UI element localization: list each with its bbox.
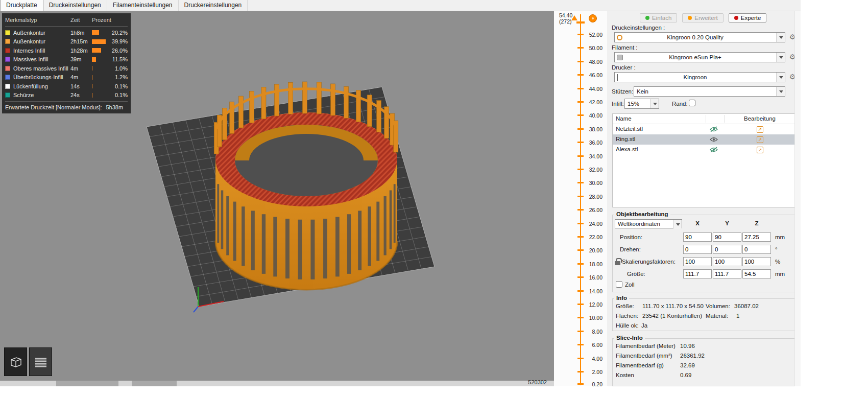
tick-mark-icon (577, 331, 584, 332)
inches-checkbox[interactable] (616, 281, 622, 288)
ruler-tick: 14.00 (554, 288, 608, 294)
ruler-tick: 2.00 (554, 369, 608, 375)
chevron-down-icon (776, 87, 785, 96)
toolbar-segment[interactable] (132, 381, 177, 386)
tick-mark-icon (577, 61, 584, 62)
info-volume-value: 36087.02 (734, 303, 759, 309)
object-edit-icon[interactable]: ↗ (757, 146, 763, 153)
size-y-field[interactable] (713, 269, 741, 278)
object-list: Name Bearbeitung Netzteil.stl ↗ Ring.stl (612, 113, 795, 207)
brim-checkbox[interactable] (689, 100, 695, 106)
ruler-tick: 4.00 (554, 356, 608, 362)
tick-mark-icon (577, 142, 584, 143)
mode-erweitert-button[interactable]: Erweitert (682, 13, 723, 22)
coordinate-system-combo[interactable]: Weltkoordinaten (615, 219, 682, 228)
tick-label: 34.00 (589, 153, 602, 159)
view-3d-button[interactable] (4, 347, 27, 376)
tab-druckereinstellungen[interactable]: Druckereinstellungen (179, 0, 248, 11)
tick-label: 32.00 (589, 167, 602, 173)
mode-einfach-button[interactable]: Einfach (640, 13, 677, 22)
ruler-tick: 34.00 (554, 153, 608, 159)
viewport-3d[interactable]: Merkmalstyp Zeit Prozent Außenkontur 1h8… (0, 11, 554, 381)
tab-druckeinstellungen[interactable]: Druckeinstellungen (43, 0, 107, 11)
infill-value: 15% (625, 101, 649, 107)
object-edit-icon[interactable]: ↗ (757, 136, 763, 143)
position-x-field[interactable] (683, 232, 712, 242)
layer-slider-top-arrow[interactable] (571, 15, 577, 20)
section-title: Info (614, 295, 629, 301)
tab-filamenteinstellungen[interactable]: Filamenteinstellungen (107, 0, 179, 11)
tick-mark-icon (577, 304, 584, 305)
filament-combo[interactable]: Kingroon eSun Pla+ (614, 52, 785, 62)
feature-time: 24s (70, 92, 92, 98)
toolbar-segment[interactable] (56, 381, 118, 386)
view-layers-button[interactable] (29, 347, 52, 376)
ruler-tick: 6.00 (554, 342, 608, 348)
info-facets-value: 23542 (1 Konturhüllen) (642, 313, 702, 319)
scale-x-field[interactable] (683, 257, 712, 266)
object-row-ring[interactable]: Ring.stl ↗ (613, 134, 794, 145)
feature-time: 4m (70, 74, 92, 80)
ruler-tick: 22.00 (554, 234, 608, 240)
size-x-field[interactable] (683, 269, 712, 278)
object-row-netzteil[interactable]: Netzteil.stl ↗ (613, 124, 794, 134)
tick-mark-icon (577, 74, 584, 76)
column-bearbeitung: Bearbeitung (724, 115, 795, 122)
tab-druckplatte[interactable]: Druckplatte (0, 0, 43, 11)
rotate-y-field[interactable] (713, 245, 741, 254)
estimated-time-label: Erwartete Druckzeit [Normaler Modus]: (5, 104, 102, 110)
legend-divider (5, 101, 128, 102)
rotate-z-field[interactable] (742, 245, 771, 254)
scale-z-field[interactable] (742, 257, 771, 266)
supports-label: Stützen: (612, 88, 633, 95)
legend-header-percent: Prozent (92, 17, 128, 23)
print-settings-combo[interactable]: Kingroon 0.20 Quality (614, 32, 785, 42)
current-layer-height: 54.40 (559, 12, 572, 18)
chevron-down-icon (776, 53, 785, 62)
position-z-field[interactable] (742, 232, 771, 242)
tick-mark-icon (577, 47, 584, 49)
eye-hidden-icon[interactable] (710, 147, 718, 154)
ruler-tick: 10.00 (554, 315, 608, 321)
tick-mark-icon (577, 236, 584, 238)
eye-visible-icon[interactable] (710, 136, 718, 144)
tick-label: 0.20 (592, 381, 602, 386)
tick-mark-icon (577, 223, 584, 224)
tick-mark-icon (577, 249, 584, 251)
tick-mark-icon (577, 101, 584, 103)
mode-experte-button[interactable]: Experte (729, 13, 767, 22)
position-y-field[interactable] (713, 232, 741, 242)
brim-label: Rand: (672, 101, 688, 107)
tick-mark-icon (577, 34, 584, 35)
mode-label: Experte (741, 15, 761, 21)
eye-hidden-icon[interactable] (710, 126, 718, 133)
ruler-tick: 30.00 (554, 180, 608, 186)
legend-row: Lückenfüllung 14s 0.1% (5, 82, 128, 91)
chevron-down-icon (650, 99, 659, 108)
rotate-x-field[interactable] (683, 245, 712, 254)
legend-divider (5, 26, 128, 27)
ruler-tick: 20.00 (554, 247, 608, 253)
layer-slider-range-handle[interactable] (576, 21, 585, 24)
layer-slider-knob[interactable] (589, 14, 597, 22)
tick-mark-icon (577, 155, 584, 157)
supports-combo[interactable]: Kein (634, 86, 785, 97)
feature-time: 1h8m (70, 30, 92, 36)
mode-label: Einfach (652, 15, 671, 21)
feature-bar (92, 84, 92, 88)
model-ring[interactable] (214, 82, 398, 290)
feature-label: Überbrückungs-Infill (13, 74, 70, 80)
object-edit-icon[interactable]: ↗ (757, 126, 763, 133)
legend-row: Massives Infill 39m 11.5% (5, 55, 128, 64)
scale-y-field[interactable] (713, 257, 741, 266)
view-mode-buttons (4, 347, 52, 376)
size-z-field[interactable] (742, 269, 771, 278)
feature-bar (92, 30, 99, 35)
object-row-alexa[interactable]: Alexa.stl ↗ (613, 145, 794, 155)
uniform-scale-lock-icon[interactable] (615, 261, 620, 265)
feature-percent: 26.0% (110, 48, 128, 54)
printer-combo[interactable]: Kingroon (614, 72, 785, 82)
tick-mark-icon (577, 371, 584, 373)
infill-combo[interactable]: 15% (624, 99, 659, 109)
panel-scrollbar[interactable] (794, 11, 801, 386)
